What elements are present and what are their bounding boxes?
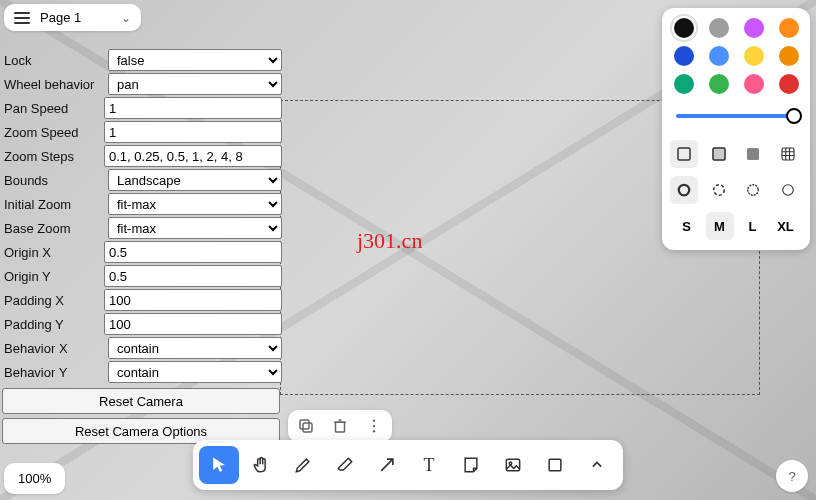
trash-icon[interactable] bbox=[330, 416, 350, 436]
property-label: Behavior X bbox=[2, 341, 108, 356]
dash-outline-circle-icon[interactable] bbox=[774, 176, 802, 204]
property-row: Behavior Ycontain bbox=[2, 360, 282, 384]
property-row: Initial Zoomfit-max bbox=[2, 192, 282, 216]
fill-pattern-icon[interactable] bbox=[774, 140, 802, 168]
property-input[interactable] bbox=[104, 241, 282, 263]
tool-draw[interactable] bbox=[283, 446, 323, 484]
tool-image[interactable] bbox=[493, 446, 533, 484]
property-label: Padding Y bbox=[2, 317, 104, 332]
property-input[interactable] bbox=[104, 313, 282, 335]
svg-rect-10 bbox=[300, 420, 309, 429]
property-select[interactable]: fit-max bbox=[108, 217, 282, 239]
property-select[interactable]: contain bbox=[108, 337, 282, 359]
zoom-indicator[interactable]: 100% bbox=[4, 463, 65, 494]
tool-select[interactable] bbox=[199, 446, 239, 484]
svg-rect-3 bbox=[747, 148, 759, 160]
size-m-button[interactable]: M bbox=[706, 212, 734, 240]
duplicate-icon[interactable] bbox=[296, 416, 316, 436]
svg-point-13 bbox=[373, 425, 375, 427]
tool-text[interactable]: T bbox=[409, 446, 449, 484]
property-select[interactable]: pan bbox=[108, 73, 282, 95]
property-label: Padding X bbox=[2, 293, 104, 308]
tool-more[interactable] bbox=[577, 446, 617, 484]
color-swatch[interactable] bbox=[779, 74, 799, 94]
property-select[interactable]: contain bbox=[108, 361, 282, 383]
svg-rect-2 bbox=[713, 148, 725, 160]
color-swatch[interactable] bbox=[779, 46, 799, 66]
color-swatch[interactable] bbox=[709, 46, 729, 66]
tool-note[interactable] bbox=[451, 446, 491, 484]
watermark-text: j301.cn bbox=[357, 228, 422, 254]
property-input[interactable] bbox=[104, 97, 282, 119]
tool-eraser[interactable] bbox=[325, 446, 365, 484]
property-input[interactable] bbox=[104, 121, 282, 143]
color-swatch-grid bbox=[670, 18, 802, 94]
menu-icon[interactable] bbox=[14, 12, 30, 24]
property-label: Origin X bbox=[2, 245, 104, 260]
color-swatch[interactable] bbox=[674, 18, 694, 38]
dash-dotted-circle-icon[interactable] bbox=[739, 176, 767, 204]
svg-point-5 bbox=[679, 185, 690, 196]
property-row: Base Zoomfit-max bbox=[2, 216, 282, 240]
property-row: Zoom Steps bbox=[2, 144, 282, 168]
property-row: Origin Y bbox=[2, 264, 282, 288]
svg-rect-0 bbox=[678, 148, 690, 160]
property-label: Zoom Speed bbox=[2, 125, 104, 140]
dash-solid-heavy-icon[interactable] bbox=[670, 176, 698, 204]
property-row: Pan Speed bbox=[2, 96, 282, 120]
opacity-slider[interactable] bbox=[676, 106, 796, 126]
more-icon[interactable] bbox=[364, 416, 384, 436]
property-label: Initial Zoom bbox=[2, 197, 108, 212]
tool-shape[interactable] bbox=[535, 446, 575, 484]
fill-solid-icon[interactable] bbox=[739, 140, 767, 168]
color-swatch[interactable] bbox=[674, 74, 694, 94]
size-xl-button[interactable]: XL bbox=[772, 212, 800, 240]
slider-thumb[interactable] bbox=[786, 108, 802, 124]
svg-rect-11 bbox=[336, 422, 345, 432]
property-label: Base Zoom bbox=[2, 221, 108, 236]
property-label: Lock bbox=[2, 53, 108, 68]
svg-rect-17 bbox=[549, 459, 561, 471]
property-row: Lockfalse bbox=[2, 48, 282, 72]
help-button[interactable]: ? bbox=[776, 460, 808, 492]
property-row: Padding X bbox=[2, 288, 282, 312]
property-input[interactable] bbox=[104, 289, 282, 311]
svg-point-14 bbox=[373, 430, 375, 432]
size-l-button[interactable]: L bbox=[739, 212, 767, 240]
property-row: Padding Y bbox=[2, 312, 282, 336]
property-row: Behavior Xcontain bbox=[2, 336, 282, 360]
property-label: Bounds bbox=[2, 173, 108, 188]
color-swatch[interactable] bbox=[709, 74, 729, 94]
svg-rect-15 bbox=[506, 459, 519, 471]
color-swatch[interactable] bbox=[709, 18, 729, 38]
svg-point-6 bbox=[714, 185, 725, 196]
dash-dashed-circle-icon[interactable] bbox=[705, 176, 733, 204]
fill-style-grid bbox=[670, 140, 802, 168]
svg-point-8 bbox=[783, 185, 794, 196]
property-row: Wheel behaviorpan bbox=[2, 72, 282, 96]
color-swatch[interactable] bbox=[674, 46, 694, 66]
chevron-down-icon[interactable]: ⌄ bbox=[121, 11, 131, 25]
property-input[interactable] bbox=[104, 145, 282, 167]
color-swatch[interactable] bbox=[744, 18, 764, 38]
tool-hand[interactable] bbox=[241, 446, 281, 484]
fill-semi-icon[interactable] bbox=[705, 140, 733, 168]
slider-track bbox=[676, 114, 796, 118]
size-row: SMLXL bbox=[670, 212, 802, 240]
property-row: BoundsLandscape bbox=[2, 168, 282, 192]
svg-rect-9 bbox=[303, 423, 312, 432]
property-select[interactable]: fit-max bbox=[108, 193, 282, 215]
fill-none-icon[interactable] bbox=[670, 140, 698, 168]
color-swatch[interactable] bbox=[744, 74, 764, 94]
properties-panel: LockfalseWheel behaviorpanPan SpeedZoom … bbox=[2, 48, 282, 444]
property-input[interactable] bbox=[104, 265, 282, 287]
color-swatch[interactable] bbox=[744, 46, 764, 66]
property-select[interactable]: false bbox=[108, 49, 282, 71]
tool-arrow[interactable] bbox=[367, 446, 407, 484]
size-s-button[interactable]: S bbox=[673, 212, 701, 240]
color-swatch[interactable] bbox=[779, 18, 799, 38]
page-label: Page 1 bbox=[40, 10, 81, 25]
reset-camera-button[interactable]: Reset Camera bbox=[2, 388, 280, 414]
page-menu[interactable]: Page 1 ⌄ bbox=[4, 4, 141, 31]
property-select[interactable]: Landscape bbox=[108, 169, 282, 191]
